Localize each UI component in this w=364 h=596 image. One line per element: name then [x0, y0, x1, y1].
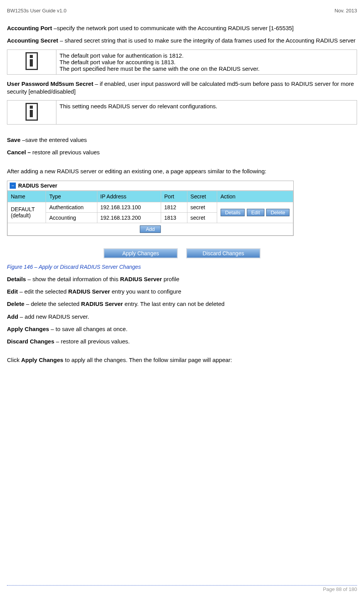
- para-after-adding: After adding a new RADIUS server or edit…: [7, 167, 357, 175]
- col-type: Type: [46, 191, 97, 202]
- footer-divider: [7, 585, 357, 586]
- info-icon-cell: [7, 50, 56, 74]
- cell-ip: 192.168.123.100: [97, 202, 161, 212]
- para-accounting-port: Accounting Port –specify the network por…: [7, 24, 357, 32]
- label-md5sum: User Password Md5sum Secret: [7, 80, 93, 87]
- def-text: – show the detail information of this: [26, 276, 120, 282]
- label-cancel: Cancel –: [7, 149, 31, 155]
- def-label: Delete: [7, 301, 24, 307]
- info-line: The port specified here must be the same…: [60, 65, 354, 72]
- text: Click: [7, 357, 21, 363]
- info-line: The default port value for accounting is…: [60, 59, 354, 65]
- cell-port: 1812: [161, 202, 187, 212]
- def-label: Discard Changes: [7, 338, 54, 345]
- def-bold: RADIUS Server: [120, 276, 162, 282]
- edit-button[interactable]: Edit: [247, 209, 264, 216]
- def-details: Details – show the detail information of…: [7, 275, 357, 283]
- col-action: Action: [217, 191, 293, 202]
- para-click-apply: Click Apply Changes to apply all the cha…: [7, 356, 357, 364]
- radius-title: RADIUS Server: [18, 183, 57, 189]
- info-line: The default port value for authenticatio…: [60, 52, 354, 59]
- discard-changes-button[interactable]: Discard Changes: [186, 248, 260, 258]
- info-icon-cell: [7, 101, 56, 125]
- def-text: – delete the selected: [24, 301, 81, 307]
- text-cancel: restore all previous values: [31, 149, 100, 155]
- col-port: Port: [161, 191, 187, 202]
- table-header-row: Name Type IP Address Port Secret Action: [8, 191, 293, 202]
- def-apply: Apply Changes – to save all changes at o…: [7, 325, 357, 333]
- info-box-ports: The default port value for authenticatio…: [7, 50, 357, 75]
- doc-date: Nov. 2013: [335, 8, 357, 14]
- def-bold: RADIUS Server: [81, 301, 123, 307]
- cell-port: 1813: [161, 212, 187, 223]
- doc-title: BW1253s User Guide v1.0: [7, 8, 66, 14]
- label-accounting-secret: Accounting Secret: [7, 37, 58, 44]
- cell-secret: secret: [187, 212, 217, 223]
- table-row: DEFAULT (default) Authentication 192.168…: [8, 202, 293, 212]
- def-add: Add – add new RADIUS server.: [7, 313, 357, 321]
- cell-type: Accounting: [46, 212, 97, 223]
- text-save: –save the entered values: [20, 137, 87, 143]
- delete-button[interactable]: Delete: [266, 209, 289, 216]
- def-discard: Discard Changes – restore all previous v…: [7, 338, 357, 345]
- info-text-ports: The default port value for authenticatio…: [56, 50, 357, 74]
- def-label: Edit: [7, 288, 18, 295]
- def-label: Add: [7, 313, 18, 320]
- label-save: Save: [7, 137, 20, 143]
- info-icon: [26, 52, 38, 70]
- col-secret: Secret: [187, 191, 217, 202]
- def-text: profile: [162, 276, 179, 282]
- radius-table: Name Type IP Address Port Secret Action …: [7, 191, 293, 236]
- def-edit: Edit – edit the selected RADIUS Server e…: [7, 288, 357, 295]
- page-number: Page 88 of 180: [7, 586, 357, 592]
- info-box-md5: This setting needs RADIUS server do rele…: [7, 100, 357, 125]
- def-text: – restore all previous values.: [54, 338, 130, 345]
- page-footer: Page 88 of 180: [7, 570, 357, 592]
- apply-changes-button[interactable]: Apply Changes: [104, 248, 178, 258]
- info-icon: [26, 103, 38, 121]
- def-label: Apply Changes: [7, 326, 49, 332]
- cell-type: Authentication: [46, 202, 97, 212]
- col-ip: IP Address: [97, 191, 161, 202]
- details-button[interactable]: Details: [221, 209, 245, 216]
- info-line: This setting needs RADIUS server do rele…: [60, 103, 354, 109]
- text-accounting-secret: – shared secret string that is used to m…: [58, 37, 356, 44]
- text-accounting-port: –specify the network port used to commun…: [52, 25, 294, 31]
- def-delete: Delete – delete the selected RADIUS Serv…: [7, 300, 357, 308]
- cell-name: DEFAULT (default): [8, 202, 46, 223]
- para-md5sum: User Password Md5sum Secret – if enabled…: [7, 80, 357, 96]
- figure-caption: Figure 146 – Apply or Discard RADIUS Ser…: [7, 264, 357, 270]
- add-button[interactable]: Add: [140, 225, 160, 233]
- def-text: entry you want to configure: [110, 288, 181, 295]
- apply-discard-row: Apply Changes Discard Changes: [7, 248, 357, 258]
- para-save: Save –save the entered values: [7, 136, 357, 144]
- radius-server-panel: − RADIUS Server Name Type IP Address Por…: [7, 181, 294, 236]
- collapse-icon[interactable]: −: [10, 183, 16, 189]
- info-text-md5: This setting needs RADIUS server do rele…: [56, 101, 357, 125]
- def-label: Details: [7, 276, 26, 282]
- text-bold: Apply Changes: [21, 357, 63, 363]
- cell-ip: 192.168.123.200: [97, 212, 161, 223]
- cell-actions: Details Edit Delete: [217, 202, 293, 223]
- text: to apply all the changes. Then the follo…: [63, 357, 232, 363]
- page-header: BW1253s User Guide v1.0 Nov. 2013: [7, 8, 357, 14]
- def-text: – edit the selected: [18, 288, 68, 295]
- para-cancel: Cancel – restore all previous values: [7, 149, 357, 156]
- cell-secret: secret: [187, 202, 217, 212]
- radius-titlebar: − RADIUS Server: [7, 181, 293, 191]
- def-text: – to save all changes at once.: [49, 326, 128, 332]
- def-bold: RADIUS Server: [68, 288, 110, 295]
- col-name: Name: [8, 191, 46, 202]
- def-text: entry. The last entry can not be deleted: [123, 301, 225, 307]
- def-text: – add new RADIUS server.: [18, 313, 89, 320]
- label-accounting-port: Accounting Port: [7, 25, 52, 31]
- para-accounting-secret: Accounting Secret – shared secret string…: [7, 37, 357, 44]
- add-row: Add: [8, 223, 293, 235]
